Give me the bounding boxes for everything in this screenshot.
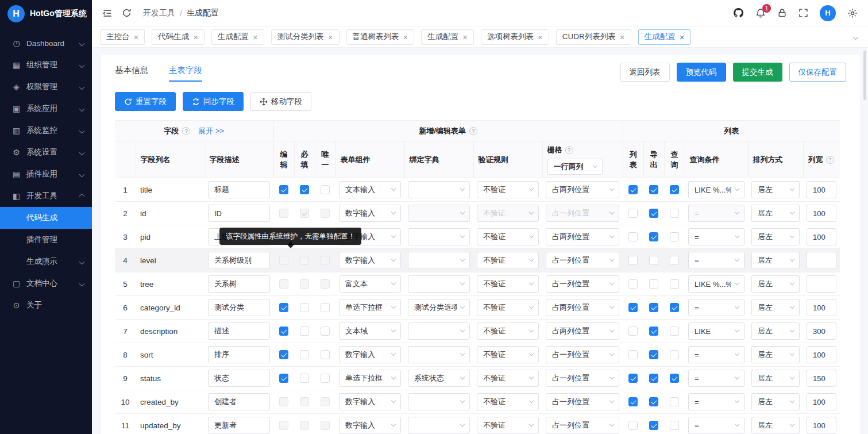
unique-checkbox[interactable] bbox=[321, 350, 330, 359]
tab-item[interactable]: 生成配置× bbox=[638, 29, 691, 45]
tab-item[interactable]: 测试分类列表× bbox=[271, 29, 340, 45]
tab-item[interactable]: 选项树表列表× bbox=[481, 29, 549, 45]
grid-position-select[interactable]: 占两列位置 bbox=[546, 181, 619, 198]
edit-checkbox[interactable] bbox=[279, 185, 288, 194]
scrollbar-thumb[interactable] bbox=[863, 51, 866, 100]
edit-checkbox[interactable] bbox=[279, 350, 288, 359]
align-select[interactable]: 居左 bbox=[751, 370, 800, 387]
list-checkbox[interactable] bbox=[628, 209, 638, 218]
close-icon[interactable]: × bbox=[193, 33, 198, 41]
query-checkbox[interactable] bbox=[670, 350, 679, 359]
bind-dict-select[interactable] bbox=[408, 346, 470, 363]
bind-dict-select[interactable] bbox=[408, 393, 470, 410]
sidebar-item-dashboard[interactable]: ◷Dashboard bbox=[0, 32, 92, 54]
tab-main-fields[interactable]: 主表字段 bbox=[169, 65, 202, 82]
query-checkbox[interactable] bbox=[670, 279, 679, 289]
query-condition-select[interactable]: = bbox=[688, 299, 744, 316]
bind-dict-select[interactable] bbox=[408, 322, 470, 340]
list-checkbox[interactable] bbox=[628, 374, 638, 383]
grid-position-select[interactable]: 占一列位置 bbox=[546, 275, 619, 293]
validation-rule-select[interactable]: 不验证 bbox=[477, 417, 539, 434]
sync-fields-button[interactable]: 同步字段 bbox=[183, 92, 244, 111]
query-condition-select[interactable]: = bbox=[688, 417, 744, 434]
bind-dict-select[interactable]: 系统状态 bbox=[408, 370, 470, 387]
column-width-input[interactable]: 100 bbox=[807, 346, 836, 363]
grid-position-select[interactable]: 占一列位置 bbox=[546, 346, 619, 363]
field-desc-input[interactable]: 状态 bbox=[208, 370, 270, 387]
query-condition-select[interactable]: = bbox=[688, 228, 744, 245]
close-icon[interactable]: × bbox=[253, 33, 258, 41]
grid-position-select[interactable]: 占一列位置 bbox=[546, 252, 619, 269]
list-checkbox[interactable] bbox=[628, 303, 638, 312]
required-checkbox[interactable] bbox=[300, 303, 309, 312]
list-checkbox[interactable] bbox=[628, 279, 638, 289]
grid-position-select[interactable]: 占一列位置 bbox=[546, 370, 619, 387]
query-condition-select[interactable]: LIKE %...% bbox=[688, 181, 744, 198]
column-width-input[interactable]: 300 bbox=[807, 322, 836, 340]
bind-dict-select[interactable] bbox=[408, 275, 470, 293]
list-checkbox[interactable] bbox=[628, 256, 638, 265]
sidebar-item-generation-demo[interactable]: 生成演示 bbox=[0, 251, 92, 272]
field-desc-input[interactable]: 创建者 bbox=[208, 393, 270, 410]
refresh-icon[interactable] bbox=[122, 8, 132, 18]
settings-gear-icon[interactable] bbox=[847, 8, 858, 18]
form-component-select[interactable]: 数字输入 bbox=[339, 393, 401, 410]
tab-basic-info[interactable]: 基本信息 bbox=[115, 65, 148, 82]
tab-item[interactable]: CUDR列表列表× bbox=[556, 29, 631, 45]
export-checkbox[interactable] bbox=[649, 256, 658, 265]
form-component-select[interactable]: 单选下拉框 bbox=[339, 370, 401, 387]
bind-dict-select[interactable]: 测试分类选项 bbox=[408, 299, 470, 316]
field-desc-input[interactable]: 关系树 bbox=[208, 275, 270, 293]
field-desc-input[interactable]: ID bbox=[208, 205, 270, 222]
unique-checkbox[interactable] bbox=[321, 303, 330, 312]
export-checkbox[interactable] bbox=[649, 374, 658, 383]
column-width-input[interactable]: 100 bbox=[807, 417, 836, 434]
list-checkbox[interactable] bbox=[628, 185, 638, 194]
field-desc-input[interactable]: 更新者 bbox=[208, 417, 270, 434]
grid-position-select[interactable]: 占一列位置 bbox=[546, 417, 619, 434]
form-component-select[interactable]: 文本域 bbox=[339, 322, 401, 340]
grid-position-select[interactable]: 占两列位置 bbox=[546, 322, 619, 340]
align-select[interactable]: 居左 bbox=[751, 417, 800, 434]
field-desc-input[interactable]: 描述 bbox=[208, 322, 270, 340]
grid-position-select[interactable]: 占一列位置 bbox=[546, 205, 619, 222]
tab-item[interactable]: 生成配置× bbox=[211, 29, 264, 45]
close-icon[interactable]: × bbox=[462, 33, 468, 41]
export-checkbox[interactable] bbox=[649, 350, 658, 359]
unique-checkbox[interactable] bbox=[321, 327, 330, 336]
query-condition-select[interactable]: = bbox=[688, 346, 744, 363]
close-icon[interactable]: × bbox=[134, 33, 139, 41]
query-condition-select[interactable]: = bbox=[688, 370, 744, 387]
validation-rule-select[interactable]: 不验证 bbox=[477, 346, 539, 363]
required-checkbox[interactable] bbox=[300, 327, 309, 336]
close-icon[interactable]: × bbox=[403, 33, 408, 41]
field-desc-input[interactable]: 排序 bbox=[208, 346, 270, 363]
align-select[interactable]: 居左 bbox=[751, 346, 800, 363]
submit-generate-button[interactable]: 提交生成 bbox=[733, 63, 782, 82]
align-select[interactable]: 居左 bbox=[751, 322, 800, 340]
column-width-input[interactable] bbox=[807, 252, 836, 269]
close-icon[interactable]: × bbox=[538, 33, 543, 41]
align-select[interactable]: 居左 bbox=[751, 299, 800, 316]
close-icon[interactable]: × bbox=[328, 33, 333, 41]
query-checkbox[interactable] bbox=[670, 303, 679, 312]
edit-checkbox[interactable] bbox=[279, 374, 288, 383]
sidebar-item-system-monitor[interactable]: ▥系统监控 bbox=[0, 120, 92, 141]
list-checkbox[interactable] bbox=[628, 232, 638, 241]
form-component-select[interactable]: 数字输入 bbox=[339, 252, 401, 269]
field-desc-input[interactable]: 测试分类 bbox=[208, 299, 270, 316]
required-checkbox[interactable] bbox=[300, 350, 309, 359]
lock-icon[interactable] bbox=[777, 8, 787, 18]
validation-rule-select[interactable]: 不验证 bbox=[477, 252, 539, 269]
sidebar-item-dev-tools[interactable]: ◧开发工具 bbox=[0, 185, 92, 207]
app-logo[interactable]: H HotGo管理系统 bbox=[0, 0, 92, 28]
column-width-input[interactable]: 150 bbox=[807, 370, 836, 387]
query-condition-select[interactable]: LIKE bbox=[688, 322, 744, 340]
tab-item[interactable]: 代码生成× bbox=[152, 29, 205, 45]
query-checkbox[interactable] bbox=[670, 374, 679, 383]
column-width-input[interactable]: 100 bbox=[807, 205, 836, 222]
preview-code-button[interactable]: 预览代码 bbox=[677, 63, 726, 82]
form-component-select[interactable]: 单选下拉框 bbox=[339, 299, 401, 316]
bind-dict-select[interactable] bbox=[408, 181, 470, 198]
breadcrumb-item[interactable]: 生成配置 bbox=[187, 8, 219, 18]
